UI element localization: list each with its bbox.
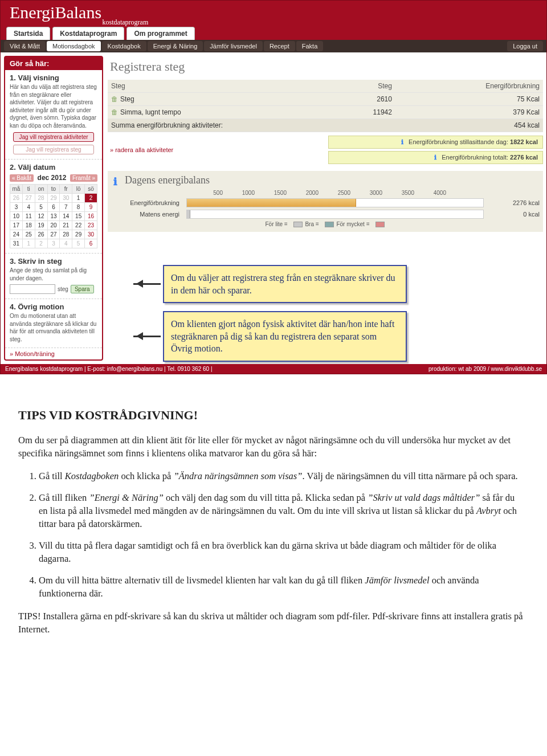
subtab-jamfor-livsmedel[interactable]: Jämför livsmedel — [204, 41, 263, 51]
cal-day[interactable]: 3 — [47, 239, 60, 248]
callout-text: Om du väljer att registrera steg från en… — [171, 273, 395, 295]
legend-label: Bra = — [305, 221, 319, 227]
cal-day[interactable]: 9 — [85, 203, 97, 212]
subtab-recept[interactable]: Recept — [264, 41, 295, 51]
cal-day[interactable]: 17 — [10, 221, 23, 230]
delete-all-link[interactable]: » radera alla aktiviteter — [108, 143, 175, 157]
em: ”Ändra näringsämnen som visas” — [173, 471, 302, 481]
next-month-button[interactable]: Framåt » — [70, 174, 97, 182]
cal-day[interactable]: 14 — [60, 212, 72, 221]
em: ”Skriv ut vald dags måltider” — [368, 492, 480, 503]
cal-day[interactable]: 21 — [60, 221, 72, 230]
cal-day[interactable]: 20 — [47, 221, 60, 230]
steps-input[interactable] — [10, 284, 55, 294]
cal-day[interactable]: 28 — [60, 230, 72, 239]
list-item: Om du vill hitta bättre alternativ till … — [39, 574, 524, 600]
cal-day[interactable]: 6 — [85, 239, 97, 248]
prev-month-button[interactable]: « Bakåt — [10, 174, 34, 182]
cal-day[interactable]: 1 — [72, 194, 85, 203]
sum-kcal: 454 kcal — [395, 119, 543, 132]
subtab-vikt-matt[interactable]: Vikt & Mått — [4, 41, 46, 51]
cal-day[interactable]: 27 — [22, 194, 35, 203]
cal-day[interactable]: 29 — [47, 194, 60, 203]
tick: 1000 — [223, 190, 255, 196]
cal-day[interactable]: 11 — [22, 212, 35, 221]
cal-day[interactable]: 26 — [35, 230, 47, 239]
subtab-kostdagbok[interactable]: Kostdagbok — [102, 41, 146, 51]
subtab-fakta[interactable]: Fakta — [296, 41, 324, 51]
table-sum-row: Summa energiförbrukning aktiviteter: 454… — [108, 119, 543, 132]
cal-day-selected[interactable]: 2 — [85, 194, 97, 203]
tab-kostdataprogram[interactable]: Kostdataprogram — [52, 27, 124, 40]
cal-day[interactable]: 10 — [10, 212, 23, 221]
bar-label: Matens energi — [111, 211, 182, 218]
chart-title: Dagens energibalans — [111, 173, 540, 190]
trash-icon[interactable]: 🗑 — [111, 108, 118, 116]
cal-day[interactable]: 27 — [47, 230, 60, 239]
step1-heading: 1. Välj visning — [10, 73, 97, 82]
cal-day[interactable]: 30 — [85, 230, 97, 239]
cal-day[interactable]: 15 — [72, 212, 85, 221]
activity-steps: 11942 — [323, 106, 395, 119]
cal-day[interactable]: 24 — [10, 230, 23, 239]
bar-label: Energiförbrukning — [111, 199, 182, 206]
logout-button[interactable]: Logga ut — [507, 41, 543, 51]
cal-day[interactable]: 7 — [60, 203, 72, 212]
activity-name: Steg — [120, 95, 134, 103]
motion-training-link[interactable]: » Motion/träning — [5, 348, 102, 359]
total-label: Energiförbrukning totalt: — [442, 154, 508, 161]
tick: 2500 — [319, 190, 350, 196]
cal-day[interactable]: 3 — [10, 203, 23, 212]
article-heading: TIPS VID KOSTRÅDGIVNING! — [18, 406, 524, 424]
cal-day[interactable]: 25 — [22, 230, 35, 239]
step4-desc: Om du motionerat utan att använda stegrä… — [10, 312, 97, 343]
sidebar-step-3: 3. Skriv in steg Ange de steg du samlat … — [5, 254, 102, 299]
page-title: Registrera steg — [108, 56, 543, 80]
callout-box: Om klienten gjort någon fysisk aktivitet… — [163, 311, 407, 362]
cal-day[interactable]: 16 — [85, 212, 97, 221]
cal-day[interactable]: 23 — [85, 221, 97, 230]
register-steps-button[interactable]: Jag vill registrera steg — [13, 145, 93, 154]
cal-day[interactable]: 2 — [35, 239, 47, 248]
cal-day[interactable]: 31 — [10, 239, 23, 248]
tab-om-programmet[interactable]: Om programmet — [126, 27, 194, 40]
month-label: dec 2012 — [38, 174, 67, 182]
cal-day[interactable]: 22 — [72, 221, 85, 230]
cal-day[interactable]: 5 — [35, 203, 47, 212]
brand-logo: EnergiBalans kostdataprogram — [1, 1, 546, 24]
callout-text: Om klienten gjort någon fysisk aktivitet… — [171, 319, 394, 353]
cal-day[interactable]: 30 — [60, 194, 72, 203]
cal-day[interactable]: 4 — [22, 203, 35, 212]
swatch-icon — [293, 222, 303, 227]
save-button[interactable]: Spara — [71, 285, 94, 293]
subtab-energi-naring[interactable]: Energi & Näring — [148, 41, 203, 51]
dow: lö — [72, 185, 85, 194]
cal-day[interactable]: 4 — [60, 239, 72, 248]
step4-heading: 4. Övrig motion — [10, 303, 97, 311]
register-activities-button[interactable]: Jag vill registrera aktiviteter — [13, 132, 93, 142]
list-item: Vill du titta på flera dagar samtidigt o… — [39, 539, 524, 566]
cal-day[interactable]: 18 — [22, 221, 35, 230]
cal-day[interactable]: 26 — [10, 194, 23, 203]
cal-day[interactable]: 19 — [35, 221, 47, 230]
activity-name: Simma, lugnt tempo — [120, 108, 181, 116]
cal-day[interactable]: 6 — [47, 203, 60, 212]
month-nav: « Bakåt dec 2012 Framåt » — [10, 174, 97, 182]
cal-day[interactable]: 28 — [35, 194, 47, 203]
cal-day[interactable]: 13 — [47, 212, 60, 221]
arrow-left-icon — [133, 281, 164, 287]
total-val: 2276 kcal — [510, 154, 538, 161]
steps-unit: steg — [58, 286, 68, 292]
tab-startsida[interactable]: Startsida — [6, 27, 50, 40]
subtab-motionsdagbok[interactable]: Motionsdagbok — [47, 41, 101, 51]
cal-day[interactable]: 5 — [72, 239, 85, 248]
chart-legend: För lite = Bra = För mycket = — [111, 221, 540, 227]
cal-day[interactable]: 29 — [72, 230, 85, 239]
legend-label: För lite = — [265, 221, 287, 227]
trash-icon[interactable]: 🗑 — [111, 95, 118, 103]
cal-day[interactable]: 1 — [22, 239, 35, 248]
cal-day[interactable]: 8 — [72, 203, 85, 212]
cal-day[interactable]: 12 — [35, 212, 47, 221]
article-tip: TIPS! Installera gärna en pdf-skrivare s… — [18, 610, 524, 636]
activity-kcal: 75 Kcal — [395, 93, 543, 106]
